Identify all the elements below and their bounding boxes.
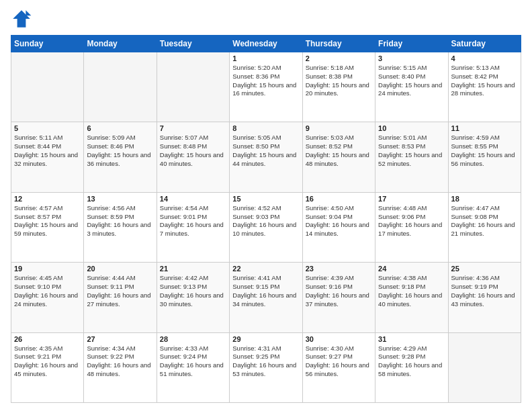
calendar-body: 1Sunrise: 5:20 AM Sunset: 8:36 PM Daylig… — [11, 52, 521, 403]
day-number: 2 — [306, 54, 372, 62]
calendar-cell: 2Sunrise: 5:18 AM Sunset: 8:38 PM Daylig… — [302, 52, 375, 122]
day-number: 3 — [378, 54, 445, 62]
day-number: 31 — [378, 335, 445, 343]
col-header-monday: Monday — [84, 36, 157, 52]
calendar-table: SundayMondayTuesdayWednesdayThursdayFrid… — [11, 35, 521, 403]
day-number: 27 — [87, 335, 153, 343]
day-number: 21 — [160, 265, 226, 273]
calendar-cell: 26Sunrise: 4:35 AM Sunset: 9:21 PM Dayli… — [11, 332, 84, 402]
day-number: 7 — [160, 124, 226, 132]
day-info: Sunrise: 5:13 AM Sunset: 8:42 PM Dayligh… — [451, 64, 518, 98]
calendar-cell: 28Sunrise: 4:33 AM Sunset: 9:24 PM Dayli… — [157, 332, 229, 402]
day-number: 14 — [160, 195, 226, 203]
week-row-5: 26Sunrise: 4:35 AM Sunset: 9:21 PM Dayli… — [11, 332, 521, 402]
day-info: Sunrise: 5:11 AM Sunset: 8:44 PM Dayligh… — [14, 134, 81, 168]
day-number: 6 — [87, 124, 153, 132]
day-info: Sunrise: 5:07 AM Sunset: 8:48 PM Dayligh… — [160, 134, 226, 168]
calendar-cell: 5Sunrise: 5:11 AM Sunset: 8:44 PM Daylig… — [11, 122, 84, 192]
day-number: 12 — [14, 195, 81, 203]
day-info: Sunrise: 4:29 AM Sunset: 9:28 PM Dayligh… — [378, 345, 445, 379]
header-row: SundayMondayTuesdayWednesdayThursdayFrid… — [11, 36, 521, 52]
calendar-cell: 29Sunrise: 4:31 AM Sunset: 9:25 PM Dayli… — [230, 332, 302, 402]
day-number: 29 — [232, 335, 299, 343]
week-row-4: 19Sunrise: 4:45 AM Sunset: 9:10 PM Dayli… — [11, 263, 521, 332]
header — [11, 8, 521, 30]
page: SundayMondayTuesdayWednesdayThursdayFrid… — [0, 0, 532, 411]
day-number: 28 — [160, 335, 226, 343]
day-number: 17 — [378, 195, 445, 203]
calendar-cell: 16Sunrise: 4:50 AM Sunset: 9:04 PM Dayli… — [302, 192, 375, 262]
day-number: 26 — [14, 335, 81, 343]
calendar-cell: 23Sunrise: 4:39 AM Sunset: 9:16 PM Dayli… — [302, 263, 375, 332]
day-number: 5 — [14, 124, 81, 132]
calendar-cell: 22Sunrise: 4:41 AM Sunset: 9:15 PM Dayli… — [230, 263, 302, 332]
day-number: 30 — [306, 335, 372, 343]
calendar-cell: 24Sunrise: 4:38 AM Sunset: 9:18 PM Dayli… — [375, 263, 448, 332]
calendar-cell — [84, 52, 157, 122]
calendar-cell: 19Sunrise: 4:45 AM Sunset: 9:10 PM Dayli… — [11, 263, 84, 332]
calendar-cell: 15Sunrise: 4:52 AM Sunset: 9:03 PM Dayli… — [230, 192, 302, 262]
day-info: Sunrise: 4:33 AM Sunset: 9:24 PM Dayligh… — [160, 345, 226, 379]
calendar-cell: 17Sunrise: 4:48 AM Sunset: 9:06 PM Dayli… — [375, 192, 448, 262]
logo-icon — [11, 8, 32, 30]
day-number: 25 — [451, 265, 518, 273]
calendar-cell: 18Sunrise: 4:47 AM Sunset: 9:08 PM Dayli… — [448, 192, 521, 262]
day-info: Sunrise: 4:45 AM Sunset: 9:10 PM Dayligh… — [14, 274, 81, 308]
col-header-tuesday: Tuesday — [157, 36, 229, 52]
calendar-cell: 6Sunrise: 5:09 AM Sunset: 8:46 PM Daylig… — [84, 122, 157, 192]
day-info: Sunrise: 5:20 AM Sunset: 8:36 PM Dayligh… — [232, 64, 299, 98]
day-number: 8 — [232, 124, 299, 132]
day-info: Sunrise: 5:15 AM Sunset: 8:40 PM Dayligh… — [378, 64, 445, 98]
calendar-cell: 8Sunrise: 5:05 AM Sunset: 8:50 PM Daylig… — [230, 122, 302, 192]
col-header-sunday: Sunday — [11, 36, 84, 52]
day-number: 22 — [232, 265, 299, 273]
day-number: 1 — [232, 54, 299, 62]
day-number: 16 — [306, 195, 372, 203]
day-info: Sunrise: 4:36 AM Sunset: 9:19 PM Dayligh… — [451, 274, 518, 308]
day-info: Sunrise: 5:18 AM Sunset: 8:38 PM Dayligh… — [306, 64, 372, 98]
day-number: 11 — [451, 124, 518, 132]
calendar-cell: 4Sunrise: 5:13 AM Sunset: 8:42 PM Daylig… — [448, 52, 521, 122]
calendar-cell: 10Sunrise: 5:01 AM Sunset: 8:53 PM Dayli… — [375, 122, 448, 192]
logo — [11, 8, 35, 30]
day-number: 24 — [378, 265, 445, 273]
day-info: Sunrise: 4:35 AM Sunset: 9:21 PM Dayligh… — [14, 345, 81, 379]
day-number: 9 — [306, 124, 372, 132]
day-number: 20 — [87, 265, 153, 273]
day-number: 18 — [451, 195, 518, 203]
day-number: 13 — [87, 195, 153, 203]
week-row-2: 5Sunrise: 5:11 AM Sunset: 8:44 PM Daylig… — [11, 122, 521, 192]
day-info: Sunrise: 4:41 AM Sunset: 9:15 PM Dayligh… — [232, 274, 299, 308]
calendar-cell: 7Sunrise: 5:07 AM Sunset: 8:48 PM Daylig… — [157, 122, 229, 192]
week-row-3: 12Sunrise: 4:57 AM Sunset: 8:57 PM Dayli… — [11, 192, 521, 262]
calendar-cell: 14Sunrise: 4:54 AM Sunset: 9:01 PM Dayli… — [157, 192, 229, 262]
day-number: 15 — [232, 195, 299, 203]
calendar-cell: 1Sunrise: 5:20 AM Sunset: 8:36 PM Daylig… — [230, 52, 302, 122]
col-header-wednesday: Wednesday — [230, 36, 302, 52]
calendar-cell: 13Sunrise: 4:56 AM Sunset: 8:59 PM Dayli… — [84, 192, 157, 262]
day-number: 4 — [451, 54, 518, 62]
calendar-header: SundayMondayTuesdayWednesdayThursdayFrid… — [11, 36, 521, 52]
day-number: 19 — [14, 265, 81, 273]
calendar-cell: 25Sunrise: 4:36 AM Sunset: 9:19 PM Dayli… — [448, 263, 521, 332]
day-info: Sunrise: 4:31 AM Sunset: 9:25 PM Dayligh… — [232, 345, 299, 379]
col-header-thursday: Thursday — [302, 36, 375, 52]
day-number: 10 — [378, 124, 445, 132]
day-number: 23 — [306, 265, 372, 273]
calendar-cell: 9Sunrise: 5:03 AM Sunset: 8:52 PM Daylig… — [302, 122, 375, 192]
day-info: Sunrise: 5:01 AM Sunset: 8:53 PM Dayligh… — [378, 134, 445, 168]
day-info: Sunrise: 4:50 AM Sunset: 9:04 PM Dayligh… — [306, 204, 372, 238]
day-info: Sunrise: 5:05 AM Sunset: 8:50 PM Dayligh… — [232, 134, 299, 168]
day-info: Sunrise: 4:54 AM Sunset: 9:01 PM Dayligh… — [160, 204, 226, 238]
day-info: Sunrise: 4:48 AM Sunset: 9:06 PM Dayligh… — [378, 204, 445, 238]
calendar-cell — [11, 52, 84, 122]
day-info: Sunrise: 4:59 AM Sunset: 8:55 PM Dayligh… — [451, 134, 518, 168]
day-info: Sunrise: 4:30 AM Sunset: 9:27 PM Dayligh… — [306, 345, 372, 379]
day-info: Sunrise: 4:38 AM Sunset: 9:18 PM Dayligh… — [378, 274, 445, 308]
calendar-cell: 30Sunrise: 4:30 AM Sunset: 9:27 PM Dayli… — [302, 332, 375, 402]
calendar-cell: 12Sunrise: 4:57 AM Sunset: 8:57 PM Dayli… — [11, 192, 84, 262]
calendar-cell: 11Sunrise: 4:59 AM Sunset: 8:55 PM Dayli… — [448, 122, 521, 192]
day-info: Sunrise: 4:42 AM Sunset: 9:13 PM Dayligh… — [160, 274, 226, 308]
day-info: Sunrise: 5:09 AM Sunset: 8:46 PM Dayligh… — [87, 134, 153, 168]
calendar-cell: 31Sunrise: 4:29 AM Sunset: 9:28 PM Dayli… — [375, 332, 448, 402]
